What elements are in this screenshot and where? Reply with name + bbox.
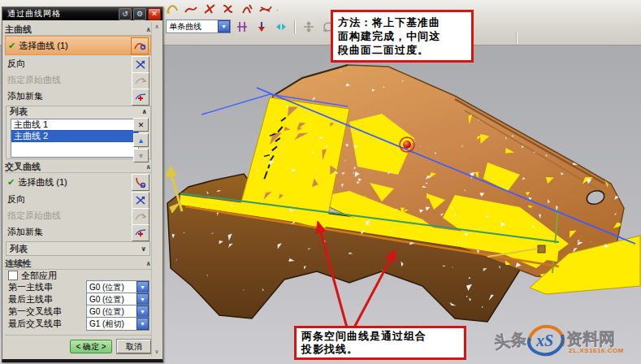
reset-icon[interactable]: ↺ [119, 8, 132, 20]
continuity-value: G0 (位置) [87, 306, 136, 318]
origin-curve-icon[interactable] [132, 72, 149, 89]
add-new-set-icon[interactable] [132, 224, 149, 241]
toolbar-overflow-dot[interactable]: . [276, 5, 278, 12]
method-annotation: 方法：将上下基准曲 面构建完成，中间这 段曲面二面过度。 [331, 10, 474, 63]
continuity-label: 第一交叉线串 [8, 306, 62, 318]
annotation-line: 两条空间曲线是通过组合 [301, 330, 459, 343]
cross-curve-list-collapsed[interactable]: 列表 ∨ [6, 241, 150, 256]
reverse-label: 反向 [7, 58, 25, 70]
add-set-label: 添加新集 [7, 226, 43, 238]
dialog-body: 主曲线 ∧ ✔ 选择曲线 (1) 反向 指定原始曲线 添加新集 [2, 20, 162, 359]
watermark-logo: xS [525, 322, 567, 359]
scroll-up-icon[interactable]: ∧ [154, 24, 158, 30]
watermark: 头条 xS 资料网 ZL.XS1616.COM [489, 322, 639, 361]
select-curve-label: 选择曲线 (1) [18, 176, 67, 188]
intersection-stop-icon[interactable] [234, 19, 250, 34]
reverse-direction-icon[interactable] [132, 56, 149, 73]
cancel-button[interactable]: 取消 [117, 340, 151, 353]
primary-add-set-row: 添加新集 [5, 88, 151, 104]
continuity-label: 第一主线串 [8, 281, 53, 293]
cross-reverse-row: 反向 [5, 191, 151, 207]
continuity-label: 最后交叉线串 [8, 318, 62, 330]
move-up-icon[interactable]: ▲ [133, 133, 149, 147]
dialog-title: 通过曲线网格 [7, 8, 117, 20]
origin-curve-label: 指定原始曲线 [7, 74, 61, 86]
svg-text:xS: xS [535, 332, 553, 349]
list-item[interactable]: 主曲线 1 [11, 119, 138, 131]
reverse-direction-icon[interactable] [273, 19, 289, 34]
list-header-label: 列表 [10, 243, 28, 255]
dialog-scrollbar[interactable]: ∧ ∨ [151, 22, 162, 357]
origin-curve-icon[interactable] [132, 208, 149, 225]
chevron-down-icon[interactable]: ▼ [218, 20, 230, 32]
primary-reverse-row: 反向 [5, 55, 151, 72]
section-label: 交叉曲线 [5, 161, 41, 173]
section-primary-curves[interactable]: 主曲线 ∧ [5, 24, 151, 36]
scroll-down-icon[interactable]: ∨ [154, 349, 158, 355]
chevron-down-icon[interactable]: ▼ [136, 318, 149, 330]
apply-all-checkbox[interactable] [8, 271, 18, 280]
annotation-line: 投影找线。 [301, 343, 459, 356]
move-down-icon[interactable]: ▼ [133, 149, 149, 162]
select-curve-label: 选择曲线 (1) [19, 40, 68, 52]
curve-select-icon[interactable] [131, 37, 149, 54]
dialog-titlebar[interactable]: 通过曲线网格 ↺ ⚙ ✕ [2, 7, 162, 20]
continuity-row: 最后主线串 G0 (位置) ▼ [5, 293, 151, 306]
toolbar-separator [516, 32, 518, 44]
through-curve-mesh-dialog: 通过曲线网格 ↺ ⚙ ✕ 主曲线 ∧ ✔ 选择曲线 (1) 反向 指定原始曲线 [2, 6, 163, 362]
reverse-label: 反向 [7, 193, 25, 206]
expand-icon[interactable]: ∨ [141, 245, 147, 253]
primary-select-curve-row[interactable]: ✔ 选择曲线 (1) [5, 36, 151, 55]
chevron-down-icon[interactable]: ▼ [136, 293, 149, 306]
cross-origin-curve-row: 指定原始曲线 [5, 207, 151, 223]
check-icon: ✔ [8, 41, 15, 51]
pan-icon[interactable] [301, 19, 317, 34]
list-buttons: ✕ ▲ ▼ [133, 118, 149, 162]
cross-select-curve-row[interactable]: ✔ 选择曲线 (1) [5, 173, 151, 191]
add-new-set-icon[interactable] [132, 89, 149, 106]
delete-icon[interactable]: ✕ [133, 118, 149, 132]
section-label: 主曲线 [5, 24, 32, 36]
gear-icon[interactable]: ⚙ [133, 8, 146, 20]
section-continuity[interactable]: 连续性 ∧ [5, 258, 151, 270]
list-header[interactable]: 列表 ∧ [6, 106, 150, 117]
curve-tool-icon[interactable] [201, 1, 218, 16]
curve-tool-icon[interactable] [239, 1, 255, 16]
list-header-label: 列表 [10, 106, 28, 118]
origin-curve-label: 指定原始曲线 [7, 210, 61, 222]
curve-toolbar: . [164, 0, 278, 17]
curve-rule-value: 单条曲线 [167, 21, 218, 32]
primary-curve-list[interactable]: 主曲线 1 主曲线 2 [11, 119, 139, 158]
curve-tool-icon[interactable] [183, 1, 199, 16]
list-item-selected[interactable]: 主曲线 2 [11, 131, 138, 142]
apply-all-label: 全部应用 [21, 270, 57, 282]
continuity-row: 第一交叉线串 G0 (位置) ▼ [5, 306, 151, 318]
annotation-line: 段曲面二面过度。 [338, 43, 466, 57]
curve-rule-combobox[interactable]: 单条曲线 ▼ [166, 20, 231, 33]
curve-tool-icon[interactable] [220, 1, 236, 16]
drag-handle[interactable] [538, 245, 545, 253]
dialog-buttons: < 确定 > 取消 [5, 335, 151, 354]
continuity-combobox[interactable]: G1 (相切) ▼ [86, 317, 149, 331]
chevron-down-icon[interactable]: ▼ [136, 281, 149, 293]
curve-tool-icon[interactable] [164, 1, 180, 16]
curve-tool-icon[interactable] [258, 1, 274, 16]
watermark-site: ZL.XS1616.COM [569, 347, 624, 354]
projection-annotation: 两条空间曲线是通过组合 投影找线。 [294, 326, 466, 360]
reverse-direction-icon[interactable] [132, 192, 149, 209]
close-icon[interactable]: ✕ [148, 8, 161, 20]
snap-point-icon[interactable] [253, 19, 270, 34]
continuity-value: G0 (位置) [87, 282, 136, 293]
chevron-down-icon[interactable]: ▼ [136, 306, 149, 318]
section-cross-curves[interactable]: 交叉曲线 ∧ [5, 161, 151, 173]
collapse-icon[interactable]: ∧ [142, 108, 148, 115]
ok-button[interactable]: < 确定 > [70, 340, 112, 353]
curve-select-icon[interactable] [132, 174, 149, 191]
apply-all-row: 全部应用 [5, 270, 151, 281]
check-icon: ✔ [7, 177, 15, 188]
continuity-value: G1 (相切) [87, 318, 136, 330]
cross-add-set-row: 添加新集 [5, 223, 151, 240]
toolbar-separator [294, 20, 296, 33]
annotation-line: 面构建完成，中间这 [338, 29, 466, 43]
continuity-label: 最后主线串 [8, 293, 53, 306]
